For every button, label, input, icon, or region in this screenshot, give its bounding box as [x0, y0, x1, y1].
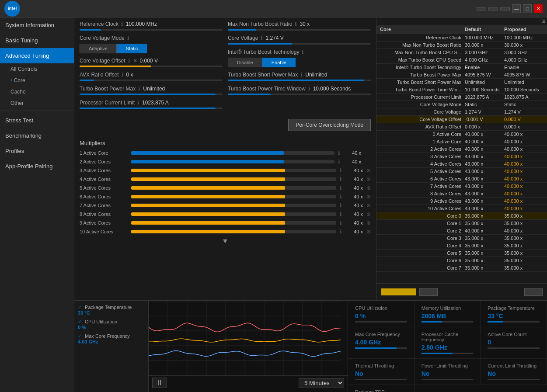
multiplier-info-icon-6[interactable]: ℹ	[340, 194, 342, 200]
turbo-boost-short-power-info-icon[interactable]: ℹ	[300, 72, 303, 78]
multipliers-list: 1 Active Core ℹ 40 x 2 Active Cores ℹ 40…	[80, 150, 371, 235]
processor-current-limit-slider[interactable]	[80, 108, 223, 109]
multiplier-bar-1[interactable]	[131, 151, 334, 155]
multiplier-reset-icon-8[interactable]: ⊗	[366, 220, 371, 226]
multiplier-reset-icon-3[interactable]: ⊗	[366, 176, 371, 182]
turbo-boost-time-window-slider[interactable]	[228, 94, 371, 95]
processor-current-limit-info-icon[interactable]: ℹ	[137, 100, 139, 106]
right-row-label-11: Core Voltage Offset	[380, 117, 465, 122]
disable-button[interactable]: Disable	[228, 58, 262, 67]
right-row-24: Core 0 35.000 x 35.000 x	[376, 212, 547, 220]
static-button[interactable]: Static	[117, 44, 147, 53]
right-row-default-7: 10.000 Seconds	[465, 87, 504, 92]
turbo-boost-time-window-fill	[228, 94, 271, 95]
core-voltage-slider[interactable]	[228, 43, 371, 45]
avx-ratio-offset-slider[interactable]	[80, 80, 223, 81]
sidebar-item-basic-tuning[interactable]: Basic Tuning	[0, 33, 74, 48]
turbo-boost-tech-info-icon[interactable]: ℹ	[302, 49, 304, 55]
multiplier-reset-icon-4[interactable]: ⊗	[366, 185, 371, 191]
multiplier-info-icon-3[interactable]: ℹ	[340, 167, 342, 173]
multiplier-reset-icon-7[interactable]: ⊗	[366, 211, 371, 217]
sidebar-sub-cache[interactable]: Cache	[0, 86, 74, 97]
stat-memory-utilization: Memory Utilization 2006 MB	[415, 301, 481, 327]
right-row-26: Core 2 40.000 x 40.000 x	[376, 227, 547, 235]
multiplier-info-icon-7[interactable]: ℹ	[340, 202, 342, 208]
right-row-label-19: 6 Active Cores	[380, 176, 465, 181]
sidebar-sub-other[interactable]: Other	[0, 97, 74, 109]
enable-button[interactable]: Enable	[262, 58, 296, 67]
sidebar-item-app-profile-pairing[interactable]: App-Profile Pairing	[0, 159, 74, 174]
multiplier-bar-3[interactable]	[131, 169, 336, 172]
multiplier-bar-6[interactable]	[131, 195, 336, 198]
multiplier-bar-7[interactable]	[131, 204, 336, 207]
maximize-button[interactable]: □	[523, 4, 532, 13]
sidebar-item-system-information[interactable]: System Information	[0, 17, 74, 33]
multiplier-info-icon-2[interactable]: ℹ	[338, 159, 340, 165]
right-panel-expand-icon[interactable]: ⊞	[541, 18, 545, 24]
turbo-boost-power-max-info-icon[interactable]: ℹ	[138, 86, 140, 92]
multiplier-bar-2[interactable]	[131, 160, 334, 163]
core-voltage-offset-info-icon[interactable]: ℹ	[128, 58, 130, 64]
right-row-proposed-9: Static	[504, 102, 544, 107]
scroll-down-arrow[interactable]: ▼	[80, 237, 371, 245]
pause-button[interactable]: ⏸	[152, 378, 167, 388]
core-voltage-offset-reset-icon[interactable]: ✕	[133, 58, 137, 64]
multiplier-info-icon-5[interactable]: ℹ	[340, 185, 342, 191]
multiplier-info-icon-9[interactable]: ℹ	[340, 220, 342, 226]
right-row-default-12: 0.000 x	[465, 124, 504, 129]
multiplier-row-7: 7 Active Cores ℹ 40 x ⊗	[80, 202, 371, 208]
right-row-label-30: Core 6	[380, 258, 465, 263]
reference-clock-info-icon[interactable]: ℹ	[121, 21, 123, 27]
monitoring-button[interactable]	[488, 7, 498, 10]
multiplier-info-icon-1[interactable]: ℹ	[338, 150, 340, 156]
bottom-stats-grid: CPU Utilization 0 % Memory Utilization 2…	[348, 301, 547, 392]
apply-button[interactable]	[381, 288, 416, 295]
sidebar-sub-core[interactable]: Core	[0, 75, 74, 86]
sidebar-item-benchmarking[interactable]: Benchmarking	[0, 128, 74, 143]
max-non-turbo-slider[interactable]	[228, 29, 371, 31]
right-row-30: Core 6 35.000 x 35.000 x	[376, 257, 547, 264]
sidebar-item-stress-test[interactable]: Stress Test	[0, 113, 74, 128]
max-non-turbo-info-icon[interactable]: ℹ	[295, 21, 297, 27]
settings-button[interactable]	[500, 7, 510, 10]
minimize-button[interactable]: —	[512, 4, 521, 13]
right-row-label-25: Core 1	[380, 221, 465, 226]
multiplier-bar-4[interactable]	[131, 177, 336, 181]
sidebar-item-profiles[interactable]: Profiles	[0, 143, 74, 159]
right-row-label-13: 0 Active Core	[380, 132, 465, 137]
multiplier-reset-icon-5[interactable]: ⊗	[366, 194, 371, 200]
multiplier-info-icon-10[interactable]: ℹ	[340, 229, 342, 235]
sidebar-item-advanced-tuning[interactable]: Advanced Tuning	[0, 48, 74, 63]
multiplier-reset-icon-2[interactable]: ⊗	[366, 167, 371, 173]
right-row-default-30: 35.000 x	[465, 258, 504, 263]
multiplier-bar-9[interactable]	[131, 221, 336, 225]
right-row-proposed-0: 100.000 MHz	[504, 35, 544, 40]
multiplier-info-icon-4[interactable]: ℹ	[340, 176, 342, 182]
multiplier-bar-10[interactable]	[131, 230, 336, 233]
per-core-overclocking-button[interactable]: Per-Core Overclocking Mode	[288, 119, 371, 131]
adaptive-button[interactable]: Adaptive	[80, 44, 117, 53]
multiplier-reset-icon-6[interactable]: ⊗	[366, 202, 371, 208]
close-button[interactable]: ✕	[534, 4, 543, 13]
save-button[interactable]	[524, 288, 543, 296]
right-row-proposed-26: 40.000 x	[504, 228, 544, 233]
turbo-boost-power-max-slider[interactable]	[80, 94, 223, 95]
stop-monitors-button[interactable]	[477, 7, 486, 10]
core-voltage-info-icon[interactable]: ℹ	[261, 35, 263, 41]
multiplier-info-icon-8[interactable]: ℹ	[340, 211, 342, 217]
turbo-boost-time-window-info-icon[interactable]: ℹ	[308, 86, 310, 92]
multiplier-bar-5[interactable]	[131, 186, 336, 190]
multiplier-reset-icon-9[interactable]: ⊗	[366, 229, 371, 235]
multiplier-bar-8[interactable]	[131, 212, 336, 216]
discard-button[interactable]	[419, 288, 438, 296]
multiplier-fill-1	[131, 151, 284, 155]
avx-ratio-offset-info-icon[interactable]: ℹ	[122, 72, 124, 78]
right-row-9: Core Voltage Mode Static Static	[376, 101, 547, 108]
core-voltage-mode-info-icon[interactable]: ℹ	[127, 35, 129, 41]
core-voltage-label: Core Voltage ℹ 1.274 V	[228, 35, 371, 41]
core-voltage-offset-slider[interactable]	[80, 66, 223, 67]
reference-clock-slider[interactable]	[80, 29, 223, 31]
turbo-boost-short-power-slider[interactable]	[228, 80, 371, 81]
sidebar-sub-all-controls[interactable]: All Controls	[0, 63, 74, 75]
time-range-select[interactable]: 5 Minutes 10 Minutes 30 Minutes	[299, 378, 344, 388]
